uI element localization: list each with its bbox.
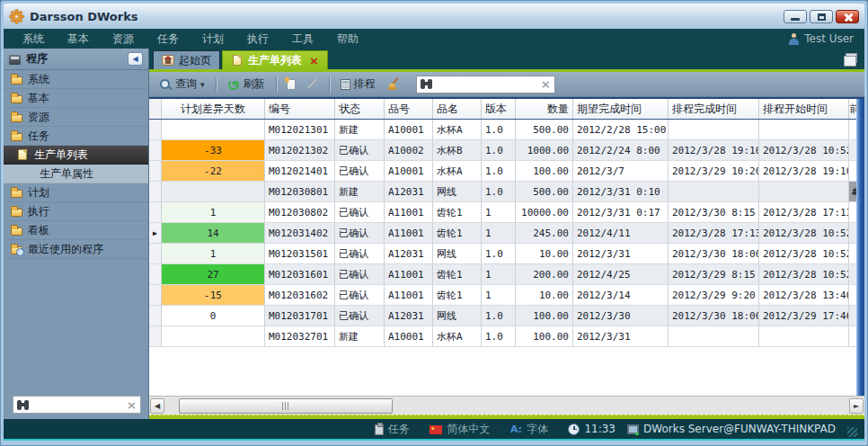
cell-schedule-start-time: 2012/3/28 10:52	[759, 264, 849, 284]
cell-schedule-start-time	[759, 182, 849, 201]
font-dropdown[interactable]: 字体 ▾	[510, 422, 557, 437]
cell-quantity: 10000.00	[516, 202, 573, 222]
menu-item[interactable]: 工具	[280, 31, 325, 47]
schedule-button[interactable]: 排程	[336, 75, 380, 94]
sidebar-list: 系统 基本 资源 任务 生产单列表 生产单属性 计划 执行 看板 最近使用的程序	[4, 70, 148, 259]
cell-item-name: 水杯A	[433, 326, 482, 346]
column-header-send[interactable]: 排程完成时间	[669, 99, 759, 119]
tab[interactable]: 生产单列表 ×	[222, 50, 328, 69]
toolbar-search-input[interactable]	[437, 78, 537, 90]
horizontal-scrollbar: ◀ ►	[149, 396, 864, 415]
titlebar[interactable]: Darsson DWorks	[4, 4, 864, 29]
sidebar-item[interactable]: 最近使用的程序	[4, 240, 148, 259]
table-row[interactable]: M012030801 新建 A12031 网线 1.0 500.00 2012/…	[149, 182, 864, 202]
tab-list-icon[interactable]	[846, 53, 857, 63]
sidebar-item[interactable]: 生产单属性	[4, 165, 148, 183]
current-row-arrow: ▶	[153, 229, 157, 237]
cell-expected-finish-time: 2012/3/31	[573, 326, 669, 346]
menu-item[interactable]: 帮助	[325, 31, 370, 47]
cell-expected-finish-time: 2012/3/7	[573, 161, 669, 181]
clear-search-icon[interactable]: ×	[127, 399, 137, 411]
column-header-qty[interactable]: 数量	[516, 99, 573, 119]
cell-expected-finish-time: 2012/3/31	[573, 244, 669, 263]
column-header-sstart[interactable]: 排程开始时间	[759, 99, 849, 119]
table-row[interactable]: -33 M012021302 已确认 A10002 水杯B 1.0 1000.0…	[149, 140, 864, 161]
cell-expected-finish-time: 2012/4/25	[573, 264, 669, 284]
row-indicator-cell	[149, 182, 162, 201]
table-row[interactable]: M012032701 新建 A10001 水杯A 1.0 100.00 2012…	[149, 326, 864, 347]
cell-schedule-finish-time: 2012/3/30 18:00	[669, 306, 759, 326]
cell-order-id: M012021301	[265, 120, 335, 139]
task-dropdown[interactable]: 任务 ▾	[375, 422, 419, 437]
menu-item[interactable]: 执行	[235, 31, 280, 47]
minimize-button[interactable]	[784, 10, 807, 23]
sidebar-item[interactable]: 基本	[4, 89, 148, 108]
schedule-label: 排程	[354, 76, 376, 92]
tab-close-icon[interactable]: ×	[309, 54, 319, 67]
column-header-ver[interactable]: 版本	[482, 99, 516, 119]
cell-status: 新建	[335, 326, 385, 346]
scrollbar-track[interactable]	[166, 398, 847, 414]
row-indicator-cell	[149, 120, 162, 139]
scrollbar-thumb[interactable]	[179, 398, 393, 414]
table-row[interactable]: -22 M012021401 已确认 A10001 水杯A 1.0 100.00…	[149, 161, 864, 182]
current-user[interactable]: Test User	[788, 32, 857, 45]
cell-quantity: 100.00	[516, 306, 573, 326]
menu-item[interactable]: 资源	[101, 31, 146, 47]
menu-item[interactable]: 任务	[146, 31, 190, 47]
sidebar-header: 程序 ◀	[4, 49, 148, 70]
menu-item[interactable]: 系统	[11, 31, 56, 47]
maximize-button[interactable]	[810, 10, 833, 23]
scroll-right-button[interactable]: ►	[849, 398, 864, 414]
column-header-ind[interactable]	[149, 99, 162, 119]
sidebar-collapse-button[interactable]: ◀	[128, 52, 143, 66]
scroll-left-button[interactable]: ◀	[150, 398, 164, 414]
column-header-diff[interactable]: 计划差异天数	[162, 99, 265, 119]
language-dropdown[interactable]: 简体中文 ▾	[430, 422, 499, 437]
sidebar-search-input[interactable]	[33, 399, 123, 411]
sidebar-item[interactable]: 任务	[4, 127, 148, 146]
sidebar-item[interactable]: 资源	[4, 108, 148, 127]
cell-expected-finish-time: 2012/3/14	[573, 285, 669, 305]
sidebar-item-icon	[11, 190, 22, 198]
close-button[interactable]	[836, 10, 859, 23]
sidebar-item-icon	[11, 133, 22, 141]
table-row[interactable]: M012021301 新建 A10001 水杯A 1.0 500.00 2012…	[149, 120, 864, 140]
query-button[interactable]: 查询 ▾	[155, 75, 209, 94]
table-row[interactable]: 27 M012031601 已确认 A11001 齿轮1 1 200.00 20…	[149, 264, 864, 285]
refresh-icon	[227, 78, 240, 90]
sidebar-item[interactable]: 执行	[4, 202, 148, 221]
clear-search-icon[interactable]: ×	[541, 78, 551, 90]
new-document-icon[interactable]	[287, 79, 296, 90]
column-header-exp[interactable]: 期望完成时间	[573, 99, 669, 119]
cell-status: 已确认	[335, 285, 385, 305]
cell-quantity: 100.00	[516, 326, 573, 346]
edit-pencil-icon[interactable]	[306, 78, 319, 90]
sidebar-item[interactable]: 生产单列表	[4, 146, 148, 165]
refresh-button[interactable]: 刷新	[223, 75, 270, 94]
table-row[interactable]: ▶ 14 M012031402 已确认 A11001 齿轮1 1 245.00 …	[149, 223, 864, 244]
cell-schedule-start-time: 2012/3/28 10:52	[759, 244, 849, 263]
vertical-scrollbar[interactable]	[856, 99, 864, 396]
cell-schedule-start-time	[759, 120, 849, 139]
column-header-id[interactable]: 编号	[265, 99, 335, 119]
table-row[interactable]: 0 M012031701 已确认 A12031 网线 1.0 100.00 20…	[149, 306, 864, 326]
resize-grip[interactable]	[847, 427, 857, 437]
table-row[interactable]: 1 M012031501 已确认 A12031 网线 1.0 10.00 201…	[149, 244, 864, 264]
broom-clean-icon[interactable]	[387, 78, 400, 90]
sidebar-item[interactable]: 系统	[4, 70, 148, 89]
sidebar-item-icon	[18, 149, 27, 160]
cell-quantity: 245.00	[516, 223, 573, 243]
sidebar-item[interactable]: 看板	[4, 221, 148, 240]
cell-item-no: A12031	[385, 244, 433, 263]
cell-quantity: 1000.00	[516, 140, 573, 160]
menu-item[interactable]: 计划	[190, 31, 235, 47]
menu-item[interactable]: 基本	[56, 31, 101, 47]
table-row[interactable]: 1 M012030802 已确认 A11001 齿轮1 1 10000.00 2…	[149, 202, 864, 223]
column-header-status[interactable]: 状态	[335, 99, 385, 119]
column-header-itemname[interactable]: 品名	[433, 99, 482, 119]
table-row[interactable]: -15 M012031602 已确认 A11001 齿轮1 1 10.00 20…	[149, 285, 864, 306]
tab[interactable]: 起始页	[153, 50, 220, 69]
sidebar-item[interactable]: 计划	[4, 183, 148, 202]
column-header-itemno[interactable]: 品号	[385, 99, 433, 119]
